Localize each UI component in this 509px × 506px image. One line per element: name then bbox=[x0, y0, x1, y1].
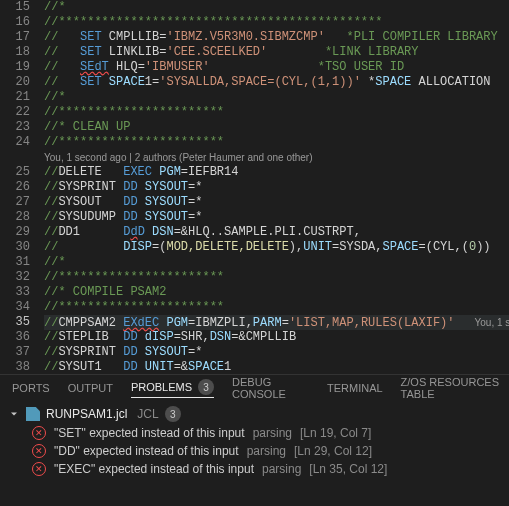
code-line[interactable]: //SYSPRINT DD SYSOUT=* bbox=[44, 345, 509, 360]
problem-source: parsing bbox=[253, 426, 292, 440]
inline-blame: You, 1 second ago bbox=[475, 317, 509, 328]
chevron-down-icon bbox=[8, 408, 20, 420]
line-number: 32 bbox=[0, 270, 30, 285]
line-number: 30 bbox=[0, 240, 30, 255]
code-line[interactable]: //DELETE EXEC PGM=IEFBR14 bbox=[44, 165, 509, 180]
line-number: 37 bbox=[0, 345, 30, 360]
tab-ports[interactable]: PORTS bbox=[12, 382, 50, 394]
problem-location: [Ln 29, Col 12] bbox=[294, 444, 372, 458]
line-number: 34 bbox=[0, 300, 30, 315]
panel-tabs: PORTS OUTPUT PROBLEMS 3 DEBUG CONSOLE TE… bbox=[0, 374, 509, 400]
code-line[interactable]: //*********************** bbox=[44, 270, 509, 285]
line-number: 33 bbox=[0, 285, 30, 300]
line-number: 35 bbox=[0, 315, 30, 330]
line-number: 20 bbox=[0, 75, 30, 90]
line-number: 15 bbox=[0, 0, 30, 15]
code-line[interactable]: //STEPLIB DD dISP=SHR,DSN=&CMPLLIB bbox=[44, 330, 509, 345]
line-number: 19 bbox=[0, 60, 30, 75]
tab-problems[interactable]: PROBLEMS 3 bbox=[131, 379, 214, 398]
problems-file-header[interactable]: RUNPSAM1.jcl JCL 3 bbox=[0, 404, 509, 424]
line-number: 36 bbox=[0, 330, 30, 345]
code-line[interactable]: //CMPPSAM2 EXdEC PGM=IBMZPLI,PARM='LIST,… bbox=[44, 315, 509, 330]
code-line[interactable]: //SYSUDUMP DD SYSOUT=* bbox=[44, 210, 509, 225]
code-line[interactable]: //SYSOUT DD SYSOUT=* bbox=[44, 195, 509, 210]
tab-debug-console[interactable]: DEBUG CONSOLE bbox=[232, 376, 309, 400]
problem-location: [Ln 19, Col 7] bbox=[300, 426, 371, 440]
problem-item[interactable]: ✕"SET" expected instead of this inputpar… bbox=[0, 424, 509, 442]
line-number: 23 bbox=[0, 120, 30, 135]
line-number: 18 bbox=[0, 45, 30, 60]
line-number: 26 bbox=[0, 180, 30, 195]
line-number: 28 bbox=[0, 210, 30, 225]
code-area[interactable]: //*//***********************************… bbox=[44, 0, 509, 374]
problems-file-name: RUNPSAM1.jcl bbox=[46, 407, 127, 421]
tab-output[interactable]: OUTPUT bbox=[68, 382, 113, 394]
codelens-annotation[interactable]: You, 1 second ago | 2 authors (Peter Hau… bbox=[44, 150, 509, 165]
code-editor[interactable]: 1516171819202122232425262728293031323334… bbox=[0, 0, 509, 374]
code-line[interactable]: // SET SPACE1='SYSALLDA,SPACE=(CYL,(1,1)… bbox=[44, 75, 509, 90]
code-line[interactable]: //* CLEAN UP bbox=[44, 120, 509, 135]
problems-file-type: JCL bbox=[137, 407, 158, 421]
tab-zos-resources[interactable]: Z/OS RESOURCES TABLE bbox=[401, 376, 509, 400]
file-icon bbox=[26, 407, 40, 421]
problem-source: parsing bbox=[247, 444, 286, 458]
line-number: 25 bbox=[0, 165, 30, 180]
line-number: 27 bbox=[0, 195, 30, 210]
code-line[interactable]: // SET LINKLIB='CEE.SCEELKED' *LINK LIBR… bbox=[44, 45, 509, 60]
problem-message: "SET" expected instead of this input bbox=[54, 426, 245, 440]
code-line[interactable]: // SET CMPLLIB='IBMZ.V5R3M0.SIBMZCMP' *P… bbox=[44, 30, 509, 45]
tab-problems-label: PROBLEMS bbox=[131, 381, 192, 393]
code-line[interactable]: //**************************************… bbox=[44, 15, 509, 30]
line-number: 29 bbox=[0, 225, 30, 240]
line-number: 38 bbox=[0, 360, 30, 374]
code-line[interactable]: //DD1 DdD DSN=&HLQ..SAMPLE.PLI.CUSTRPT, bbox=[44, 225, 509, 240]
code-line[interactable]: // DISP=(MOD,DELETE,DELETE),UNIT=SYSDA,S… bbox=[44, 240, 509, 255]
error-icon: ✕ bbox=[32, 444, 46, 458]
code-line[interactable]: //*********************** bbox=[44, 300, 509, 315]
error-icon: ✕ bbox=[32, 426, 46, 440]
problem-location: [Ln 35, Col 12] bbox=[309, 462, 387, 476]
problem-message: "DD" expected instead of this input bbox=[54, 444, 239, 458]
code-line[interactable]: //*********************** bbox=[44, 135, 509, 150]
code-line[interactable]: // SEdT HLQ='IBMUSER' *TSO USER ID bbox=[44, 60, 509, 75]
problems-count-badge: 3 bbox=[198, 379, 214, 395]
line-number: 17 bbox=[0, 30, 30, 45]
code-line[interactable]: //SYSPRINT DD SYSOUT=* bbox=[44, 180, 509, 195]
line-number: 16 bbox=[0, 15, 30, 30]
code-line[interactable]: //* bbox=[44, 255, 509, 270]
error-icon: ✕ bbox=[32, 462, 46, 476]
line-number: 24 bbox=[0, 135, 30, 150]
code-line[interactable]: //* bbox=[44, 90, 509, 105]
tab-terminal[interactable]: TERMINAL bbox=[327, 382, 383, 394]
problem-source: parsing bbox=[262, 462, 301, 476]
problem-item[interactable]: ✕"DD" expected instead of this inputpars… bbox=[0, 442, 509, 460]
problems-file-count-badge: 3 bbox=[165, 406, 181, 422]
problem-item[interactable]: ✕"EXEC" expected instead of this inputpa… bbox=[0, 460, 509, 478]
code-line[interactable]: //* bbox=[44, 0, 509, 15]
line-number: 22 bbox=[0, 105, 30, 120]
problems-panel: RUNPSAM1.jcl JCL 3 ✕"SET" expected inste… bbox=[0, 400, 509, 482]
line-number: 31 bbox=[0, 255, 30, 270]
line-number: 21 bbox=[0, 90, 30, 105]
problem-message: "EXEC" expected instead of this input bbox=[54, 462, 254, 476]
code-line[interactable]: //SYSUT1 DD UNIT=&SPACE1 bbox=[44, 360, 509, 374]
code-line[interactable]: //* COMPILE PSAM2 bbox=[44, 285, 509, 300]
code-line[interactable]: //*********************** bbox=[44, 105, 509, 120]
line-number-gutter: 1516171819202122232425262728293031323334… bbox=[0, 0, 44, 374]
